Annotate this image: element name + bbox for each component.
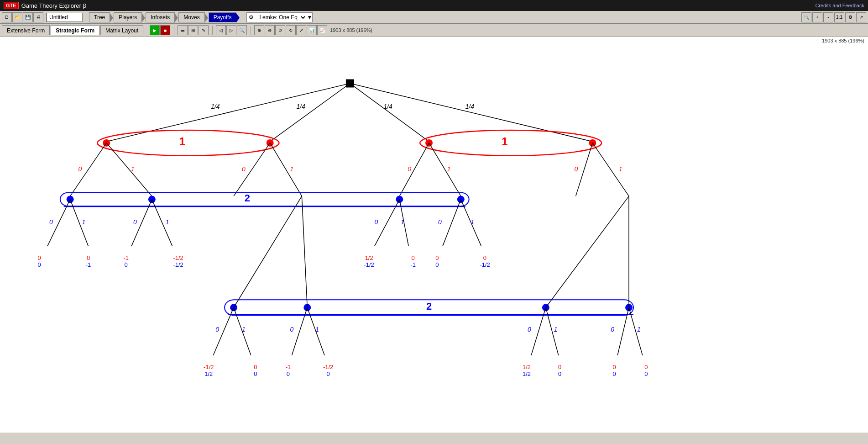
edge-p1b-right-to-p2lower-b	[302, 196, 307, 307]
zoom-fit-button[interactable]: 🔍	[801, 12, 811, 22]
payoff-d1-b: 0	[435, 261, 439, 268]
dimension-display: 1903 x 885 (196%)	[822, 38, 864, 43]
print-button[interactable]: 🖨	[33, 12, 43, 22]
payoff-b1-b: 0	[125, 261, 128, 268]
main-toolbar: 🗋 📂 💾 🖨 Tree Players Infosets Moves Payo…	[0, 11, 868, 24]
edge-root-p1d	[350, 84, 593, 142]
move-p1b-1: 1	[290, 165, 293, 173]
tool-5[interactable]: ▷	[226, 25, 236, 35]
document-name[interactable]	[46, 13, 83, 22]
payoff-d1-r: 0	[435, 254, 439, 261]
tool-3[interactable]: ✎	[199, 25, 209, 35]
move-p2lower-c-0: 0	[528, 326, 531, 333]
zoom-in-button[interactable]: +	[812, 12, 822, 22]
view-tab-matrix[interactable]: Matrix Layout	[100, 25, 143, 35]
workflow-tab-infosets[interactable]: Infosets	[146, 12, 175, 22]
view-tab-extensive[interactable]: Extensive Form	[2, 25, 50, 35]
game-tree-canvas[interactable]: 1/4 1/4 1/4 1/4 1 1 0 1 0 1 0 1	[0, 37, 868, 433]
tool-1[interactable]: ☰	[178, 25, 188, 35]
p1-infoset-1	[97, 130, 279, 156]
p1-infoset-2	[420, 130, 601, 156]
tool-9[interactable]: ↺	[275, 25, 285, 35]
move-p2lower-c-1: 1	[554, 326, 558, 333]
workflow-tab-players[interactable]: Players	[114, 12, 142, 22]
move-p2b-0: 0	[133, 218, 137, 226]
tool-2[interactable]: ⊞	[188, 25, 198, 35]
payoff-lower-b1-r: -1	[286, 364, 291, 370]
p2-infoset-1-label: 2	[245, 192, 250, 204]
settings-button[interactable]: ⚙	[845, 12, 855, 22]
edge-p1c-left	[399, 143, 429, 196]
payoff-lower-c1-r: 1/2	[523, 364, 531, 370]
algorithm-dropdown[interactable]: Lemke: One Eq Support Enum LCP	[256, 13, 307, 22]
view-tab-strategic[interactable]: Strategic Form	[51, 25, 99, 35]
tool-11[interactable]: ⤢	[296, 25, 306, 35]
play-button[interactable]: ▶	[150, 25, 160, 35]
payoff-b1-r: -1	[123, 254, 129, 261]
move-p1a-1: 1	[131, 165, 135, 173]
p1-infoset-2-label: 1	[502, 135, 507, 148]
payoff-c2-r: 0	[412, 254, 415, 261]
edge-p1b-right-to-p2lower-a	[234, 196, 302, 307]
p2-infoset-1-top	[60, 192, 469, 206]
save-button[interactable]: 💾	[23, 12, 33, 22]
label-root-1: 1/4	[211, 103, 220, 110]
payoff-lower-b2-b: 0	[326, 370, 329, 377]
tool-4[interactable]: ◁	[216, 25, 226, 35]
payoff-d2-r: 0	[483, 254, 486, 261]
payoff-lower-c1-b: 1/2	[523, 370, 531, 377]
algo-icon: ⚙	[247, 14, 256, 21]
edge-p1b-left	[234, 143, 270, 196]
payoff-lower-b2-r: -1/2	[323, 364, 333, 370]
move-p1a-0: 0	[78, 165, 82, 173]
tool-13[interactable]: 📈	[317, 25, 327, 35]
p2-infoset-2-label: 2	[426, 301, 432, 312]
workflow-tab-payoffs[interactable]: Payoffs	[209, 12, 237, 22]
move-p2lower-b-0: 0	[290, 326, 293, 333]
edge-root-p1c	[350, 84, 429, 142]
edge-p1d-right	[592, 143, 629, 196]
move-p2a-0: 0	[49, 218, 53, 226]
tool-8[interactable]: ⊖	[265, 25, 275, 35]
payoff-a1-b: 0	[37, 261, 41, 268]
edge-p1c-right	[429, 143, 461, 196]
move-p1b-0: 0	[242, 165, 246, 173]
workflow-tab-moves[interactable]: Moves	[178, 12, 204, 22]
tool-row: ▶ ■ ☰ ⊞ ✎ ◁ ▷ 🔍 ⊕ ⊖ ↺ ↻ ⤢ 📊 📈 1903 x 885…	[148, 24, 378, 37]
new-button[interactable]: 🗋	[2, 12, 12, 22]
export-button[interactable]: ↗	[856, 12, 866, 22]
app-title: Game Theory Explorer	[21, 2, 81, 9]
edge-p1d-right-to-p2lower-c	[546, 196, 629, 307]
stop-button[interactable]: ■	[160, 25, 170, 35]
label-root-3: 1/4	[384, 103, 393, 110]
dimension-display: 1903 x 885 (196%)	[330, 27, 376, 33]
payoff-lower-a1-r: -1/2	[204, 364, 214, 370]
edge-root-p1b	[270, 84, 350, 142]
payoff-lower-d2-b: 0	[644, 370, 648, 377]
workflow-tab-tree[interactable]: Tree	[89, 12, 110, 22]
tool-7[interactable]: ⊕	[254, 25, 264, 35]
tool-10[interactable]: ↻	[286, 25, 296, 35]
payoff-c1-b: -1/2	[364, 261, 374, 268]
payoff-lower-c2-r: 0	[558, 364, 561, 370]
move-p2b-1: 1	[166, 218, 169, 226]
open-button[interactable]: 📂	[12, 12, 22, 22]
edge-p1a-left	[70, 143, 107, 196]
payoff-lower-a2-r: 0	[254, 364, 257, 370]
payoff-a2-b: -1	[86, 261, 91, 268]
algorithm-selector[interactable]: ⚙ Lemke: One Eq Support Enum LCP ▼	[246, 12, 313, 22]
tool-12[interactable]: 📊	[307, 25, 317, 35]
zoom-100-button[interactable]: 1:1	[834, 12, 844, 22]
edge-p1a-right	[106, 143, 152, 196]
label-root-2: 1/4	[296, 103, 305, 110]
payoff-lower-d1-r: 0	[613, 364, 616, 370]
credits-link[interactable]: Credits and Feedback	[815, 3, 864, 8]
tool-6[interactable]: 🔍	[237, 25, 247, 35]
move-p2lower-d-0: 0	[611, 326, 614, 333]
payoff-lower-d2-r: 0	[644, 364, 648, 370]
p1-infoset-1-label: 1	[179, 135, 185, 148]
zoom-out-button[interactable]: -	[823, 12, 833, 22]
workflow-tabs: Tree Players Infosets Moves Payoffs	[87, 12, 238, 22]
payoff-lower-d1-b: 0	[613, 370, 616, 377]
payoff-c2-b: -1	[410, 261, 416, 268]
